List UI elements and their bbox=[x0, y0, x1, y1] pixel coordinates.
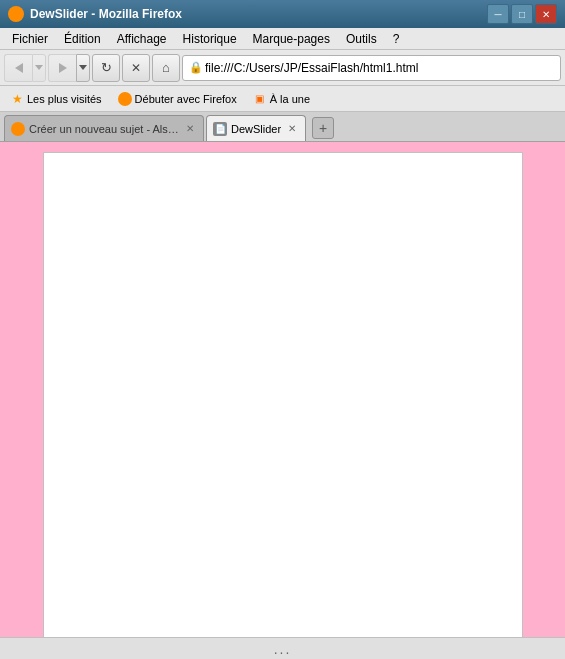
forward-button[interactable] bbox=[48, 54, 76, 82]
bookmark-a-la-une[interactable]: ▣ À la une bbox=[247, 90, 316, 108]
forward-dropdown-icon bbox=[35, 65, 43, 70]
forward-dropdown-button2[interactable] bbox=[76, 54, 90, 82]
status-dots: ... bbox=[274, 641, 292, 657]
firefox-bookmark-icon bbox=[118, 92, 132, 106]
rss-icon: ▣ bbox=[253, 92, 267, 106]
bookmark-debuter-firefox[interactable]: Débuter avec Firefox bbox=[112, 90, 243, 108]
menu-historique[interactable]: Historique bbox=[175, 30, 245, 48]
bookmark-les-plus-visites[interactable]: ★ Les plus visités bbox=[4, 90, 108, 108]
url-bar-container: 🔒 bbox=[182, 55, 561, 81]
title-bar: DewSlider - Mozilla Firefox ─ □ ✕ bbox=[0, 0, 565, 28]
tab-dewslider[interactable]: 📄 DewSlider ✕ bbox=[206, 115, 306, 141]
star-icon: ★ bbox=[10, 92, 24, 106]
forward-group bbox=[48, 54, 90, 82]
firefox-logo-icon bbox=[8, 6, 24, 22]
nav-bar: ↻ ✕ ⌂ 🔒 bbox=[0, 50, 565, 86]
window-controls: ─ □ ✕ bbox=[487, 4, 557, 24]
tab-favicon-alsacreati bbox=[11, 122, 25, 136]
page-content-area bbox=[43, 152, 523, 649]
stop-icon: ✕ bbox=[131, 61, 141, 75]
tab-close-alsacreati[interactable]: ✕ bbox=[183, 122, 197, 136]
home-button[interactable]: ⌂ bbox=[152, 54, 180, 82]
forward-dropdown-button[interactable] bbox=[32, 54, 46, 82]
minimize-button[interactable]: ─ bbox=[487, 4, 509, 24]
forward-arrow-icon bbox=[59, 63, 67, 73]
menu-outils[interactable]: Outils bbox=[338, 30, 385, 48]
reload-icon: ↻ bbox=[101, 60, 112, 75]
menu-affichage[interactable]: Affichage bbox=[109, 30, 175, 48]
menu-marque-pages[interactable]: Marque-pages bbox=[245, 30, 338, 48]
back-arrow-icon bbox=[15, 63, 23, 73]
url-input[interactable] bbox=[205, 61, 554, 75]
tabs-bar: Créer un nouveau sujet - Alsacréati... ✕… bbox=[0, 112, 565, 142]
reload-button[interactable]: ↻ bbox=[92, 54, 120, 82]
close-window-button[interactable]: ✕ bbox=[535, 4, 557, 24]
bookmarks-bar: ★ Les plus visités Débuter avec Firefox … bbox=[0, 86, 565, 112]
bookmark-label-debuter: Débuter avec Firefox bbox=[135, 93, 237, 105]
new-tab-button[interactable]: + bbox=[312, 117, 334, 139]
tab-label-dewslider: DewSlider bbox=[231, 123, 281, 135]
tab-label-alsacreati: Créer un nouveau sujet - Alsacréati... bbox=[29, 123, 179, 135]
window-title: DewSlider - Mozilla Firefox bbox=[30, 7, 487, 21]
back-button[interactable] bbox=[4, 54, 32, 82]
forward-dropdown2-icon bbox=[79, 65, 87, 70]
url-security-icon: 🔒 bbox=[189, 61, 203, 74]
menu-bar: Fichier Édition Affichage Historique Mar… bbox=[0, 28, 565, 50]
tab-alsacreati[interactable]: Créer un nouveau sujet - Alsacréati... ✕ bbox=[4, 115, 204, 141]
back-forward-group bbox=[4, 54, 46, 82]
status-bar: ... bbox=[0, 637, 565, 659]
stop-button[interactable]: ✕ bbox=[122, 54, 150, 82]
menu-fichier[interactable]: Fichier bbox=[4, 30, 56, 48]
tab-close-dewslider[interactable]: ✕ bbox=[285, 122, 299, 136]
browser-content bbox=[0, 142, 565, 659]
bookmark-label-visites: Les plus visités bbox=[27, 93, 102, 105]
menu-edition[interactable]: Édition bbox=[56, 30, 109, 48]
bookmark-label-une: À la une bbox=[270, 93, 310, 105]
maximize-button[interactable]: □ bbox=[511, 4, 533, 24]
tab-favicon-dewslider: 📄 bbox=[213, 122, 227, 136]
menu-help[interactable]: ? bbox=[385, 30, 408, 48]
home-icon: ⌂ bbox=[162, 60, 170, 75]
